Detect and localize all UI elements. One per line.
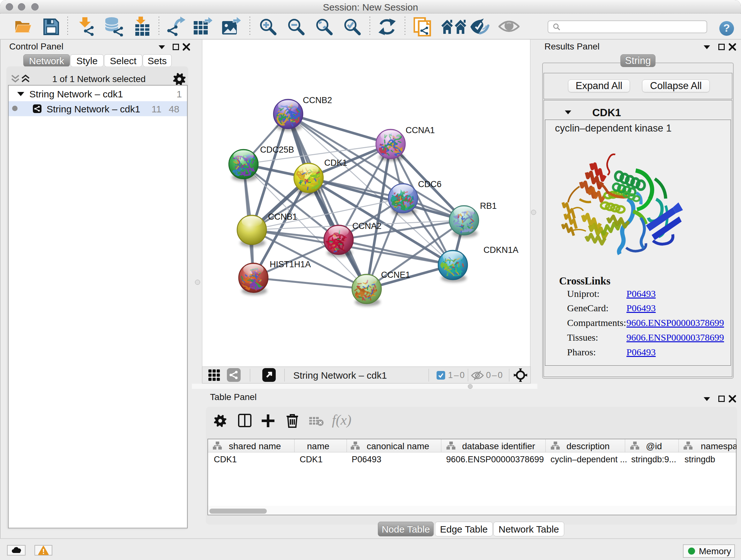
- svg-text:CDK1: CDK1: [324, 158, 347, 168]
- svg-text:CCNA2: CCNA2: [352, 221, 382, 231]
- svg-text:CCNE1: CCNE1: [381, 270, 410, 280]
- svg-text:CCNB2: CCNB2: [303, 96, 332, 105]
- svg-text:RB1: RB1: [480, 201, 497, 211]
- svg-text:CDKN1A: CDKN1A: [483, 245, 519, 255]
- svg-text:CCNB1: CCNB1: [268, 212, 297, 222]
- svg-text:CCNA1: CCNA1: [406, 125, 435, 135]
- svg-text:CDC25B: CDC25B: [260, 145, 294, 154]
- svg-text:HIST1H1A: HIST1H1A: [270, 260, 311, 269]
- svg-text:CDC6: CDC6: [418, 179, 442, 189]
